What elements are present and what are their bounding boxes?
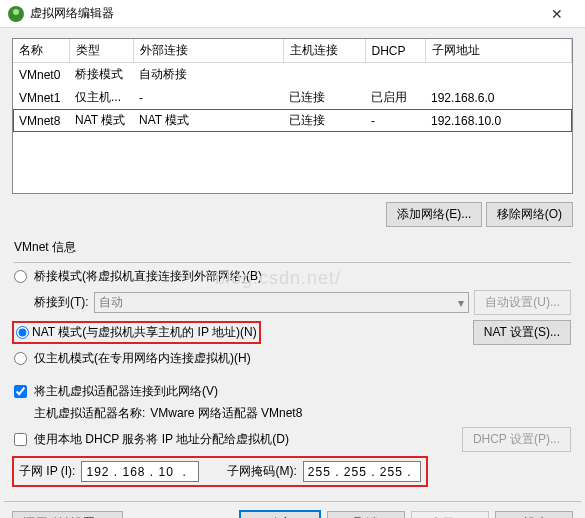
cancel-button[interactable]: 取消 [327,511,405,518]
col-name[interactable]: 名称 [13,39,69,63]
cell: 仅主机... [69,86,133,109]
host-adapter-label: 将主机虚拟适配器连接到此网络(V) [34,383,218,400]
bridge-label: 桥接模式(将虚拟机直接连接到外部网络)(B) [34,268,262,285]
col-ext[interactable]: 外部连接 [133,39,283,63]
subnet-ip-input[interactable] [81,461,199,482]
dhcp-checkbox[interactable] [14,433,27,446]
help-button[interactable]: 帮助 [495,511,573,518]
host-adapter-checkbox[interactable] [14,385,27,398]
subnet-mask-input[interactable] [303,461,421,482]
cell: VMnet1 [13,86,69,109]
cell: - [133,86,283,109]
nat-settings-button[interactable]: NAT 设置(S)... [473,320,571,345]
subnet-mask-label: 子网掩码(M): [227,463,296,480]
cell [365,63,425,87]
cell: 192.168.6.0 [425,86,572,109]
cell: NAT 模式 [133,109,283,132]
cell: 192.168.10.0 [425,109,572,132]
network-table[interactable]: 名称 类型 外部连接 主机连接 DHCP 子网地址 VMnet0 桥接模式 自动… [12,38,573,194]
add-network-button[interactable]: 添加网络(E)... [386,202,482,227]
close-icon[interactable]: ✕ [537,2,577,26]
cell: NAT 模式 [69,109,133,132]
cell: 已连接 [283,109,365,132]
dhcp-label: 使用本地 DHCP 服务将 IP 地址分配给虚拟机(D) [34,431,289,448]
table-row[interactable]: VMnet1 仅主机... - 已连接 已启用 192.168.6.0 [13,86,572,109]
cell: VMnet8 [13,109,69,132]
cell: 已连接 [283,86,365,109]
table-row[interactable]: VMnet0 桥接模式 自动桥接 [13,63,572,87]
ok-button[interactable]: 确定 [239,510,321,518]
cell: VMnet0 [13,63,69,87]
subnet-ip-label: 子网 IP (I): [19,463,75,480]
cell: - [365,109,425,132]
nat-radio[interactable] [16,326,29,339]
cell [283,63,365,87]
hostonly-radio[interactable] [14,352,27,365]
cell: 桥接模式 [69,63,133,87]
bridge-select: 自动▾ [94,292,470,313]
auto-settings-button: 自动设置(U)... [474,290,571,315]
remove-network-button[interactable]: 移除网络(O) [486,202,573,227]
nat-label: NAT 模式(与虚拟机共享主机的 IP 地址)(N) [32,324,257,341]
app-icon [8,6,24,22]
cell [425,63,572,87]
col-type[interactable]: 类型 [69,39,133,63]
bridge-to-label: 桥接到(T): [34,294,89,311]
window-title: 虚拟网络编辑器 [30,5,114,22]
table-row-selected[interactable]: VMnet8 NAT 模式 NAT 模式 已连接 - 192.168.10.0 [13,109,572,132]
bridge-radio[interactable] [14,270,27,283]
restore-defaults-button[interactable]: 还原默认设置(R) [12,511,123,518]
col-host[interactable]: 主机连接 [283,39,365,63]
cell: 自动桥接 [133,63,283,87]
dhcp-settings-button: DHCP 设置(P)... [462,427,571,452]
col-subnet[interactable]: 子网地址 [425,39,572,63]
adapter-name-label: 主机虚拟适配器名称: [34,405,145,422]
group-title: VMnet 信息 [14,239,571,256]
adapter-name-value: VMware 网络适配器 VMnet8 [150,405,302,422]
hostonly-label: 仅主机模式(在专用网络内连接虚拟机)(H) [34,350,251,367]
cell: 已启用 [365,86,425,109]
apply-button: 应用(A) [411,511,489,518]
col-dhcp[interactable]: DHCP [365,39,425,63]
